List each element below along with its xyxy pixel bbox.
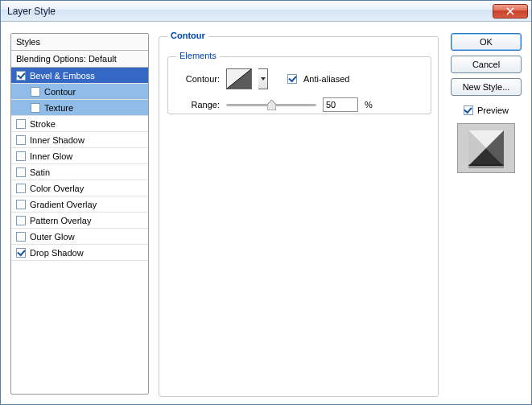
preview-thumbnail bbox=[457, 123, 515, 173]
styles-list: Styles Blending Options: Default Bevel &… bbox=[10, 33, 149, 395]
bevel-preview-icon bbox=[466, 128, 506, 168]
ok-button[interactable]: OK bbox=[451, 33, 522, 51]
main-settings-panel: Contour Elements Contour: bbox=[159, 33, 441, 395]
style-checkbox[interactable] bbox=[16, 232, 26, 242]
style-row-color-overlay[interactable]: Color Overlay bbox=[11, 180, 148, 196]
preview-checkbox[interactable] bbox=[464, 105, 473, 115]
style-checkbox[interactable] bbox=[16, 135, 26, 145]
right-button-panel: OK Cancel New Style... Preview bbox=[451, 33, 522, 395]
contour-preset-thumb[interactable] bbox=[226, 68, 252, 89]
style-checkbox[interactable] bbox=[31, 87, 40, 97]
style-label: Contour bbox=[44, 87, 76, 97]
style-label: Inner Shadow bbox=[30, 135, 85, 145]
style-checkbox[interactable] bbox=[31, 103, 40, 113]
range-unit: % bbox=[365, 100, 373, 110]
window-title: Layer Style bbox=[7, 6, 493, 17]
range-label: Range: bbox=[178, 100, 220, 110]
contour-section: Contour Elements Contour: bbox=[159, 36, 439, 397]
slider-thumb[interactable] bbox=[267, 100, 276, 110]
style-checkbox[interactable] bbox=[16, 200, 26, 209]
style-row-inner-glow[interactable]: Inner Glow bbox=[11, 148, 148, 164]
style-label: Inner Glow bbox=[30, 151, 72, 161]
titlebar[interactable]: Layer Style bbox=[1, 1, 531, 22]
style-row-pattern-overlay[interactable]: Pattern Overlay bbox=[11, 213, 148, 229]
contour-label: Contour: bbox=[178, 74, 220, 84]
style-row-contour[interactable]: Contour bbox=[11, 84, 148, 100]
contour-curve-icon bbox=[227, 69, 251, 89]
style-label: Pattern Overlay bbox=[30, 216, 91, 225]
style-row-inner-shadow[interactable]: Inner Shadow bbox=[11, 132, 148, 148]
elements-group: Elements Contour: bbox=[167, 56, 431, 114]
blending-options-row[interactable]: Blending Options: Default bbox=[11, 51, 148, 68]
close-icon bbox=[505, 7, 515, 15]
style-label: Stroke bbox=[30, 119, 56, 129]
range-slider[interactable] bbox=[226, 99, 316, 110]
svg-marker-3 bbox=[267, 100, 276, 110]
dialog-content: Styles Blending Options: Default Bevel &… bbox=[1, 22, 531, 404]
style-label: Gradient Overlay bbox=[30, 200, 97, 209]
style-row-drop-shadow[interactable]: Drop Shadow bbox=[11, 245, 148, 261]
styles-header[interactable]: Styles bbox=[11, 34, 148, 51]
style-label: Bevel & Emboss bbox=[30, 71, 95, 81]
layer-style-dialog: Layer Style Styles Blending Options: Def… bbox=[0, 0, 532, 405]
contour-preset-dropdown[interactable] bbox=[258, 68, 268, 89]
style-row-gradient-overlay[interactable]: Gradient Overlay bbox=[11, 196, 148, 213]
section-title: Contour bbox=[167, 31, 208, 40]
style-checkbox[interactable] bbox=[16, 216, 26, 225]
elements-title: Elements bbox=[176, 51, 220, 60]
style-checkbox[interactable] bbox=[16, 71, 26, 81]
preview-label: Preview bbox=[477, 105, 509, 115]
style-row-texture[interactable]: Texture bbox=[11, 100, 148, 116]
svg-rect-9 bbox=[468, 164, 504, 168]
anti-aliased-checkbox[interactable] bbox=[287, 74, 297, 84]
anti-aliased-label: Anti-aliased bbox=[303, 74, 349, 84]
style-label: Drop Shadow bbox=[30, 248, 84, 258]
style-row-stroke[interactable]: Stroke bbox=[11, 116, 148, 132]
new-style-button[interactable]: New Style... bbox=[451, 78, 522, 96]
style-label: Color Overlay bbox=[30, 184, 84, 193]
cancel-button[interactable]: Cancel bbox=[451, 56, 522, 73]
style-row-bevel-emboss[interactable]: Bevel & Emboss bbox=[11, 68, 148, 84]
close-button[interactable] bbox=[493, 4, 528, 19]
range-input[interactable] bbox=[323, 97, 358, 112]
style-checkbox[interactable] bbox=[16, 167, 26, 177]
style-label: Texture bbox=[44, 103, 73, 113]
style-label: Satin bbox=[30, 167, 50, 177]
style-checkbox[interactable] bbox=[16, 184, 26, 193]
style-row-outer-glow[interactable]: Outer Glow bbox=[11, 229, 148, 245]
style-checkbox[interactable] bbox=[16, 119, 26, 129]
style-checkbox[interactable] bbox=[16, 151, 26, 161]
chevron-down-icon bbox=[261, 77, 266, 81]
style-label: Outer Glow bbox=[30, 232, 75, 242]
style-row-satin[interactable]: Satin bbox=[11, 164, 148, 180]
style-checkbox[interactable] bbox=[16, 248, 26, 258]
